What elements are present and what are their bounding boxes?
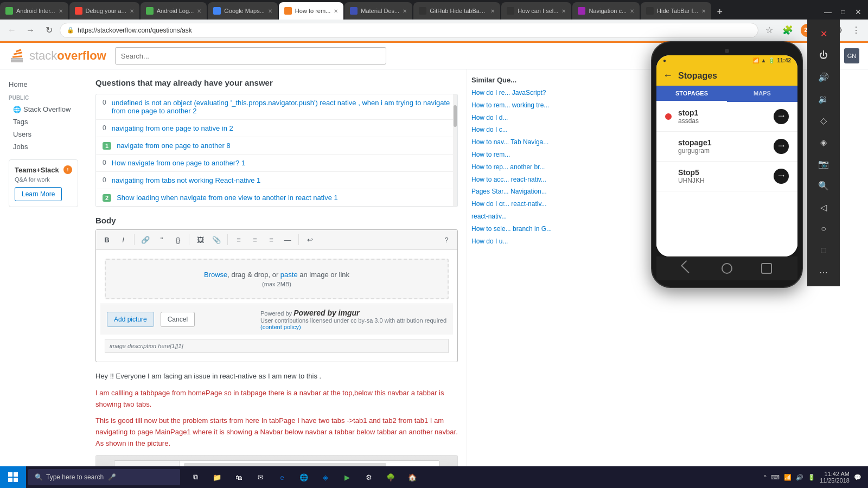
sidebar-item-users[interactable]: Users: [4, 128, 82, 140]
so-search-input[interactable]: [115, 47, 386, 65]
tab-close-icon[interactable]: ✕: [701, 8, 706, 14]
taskbar-android-studio[interactable]: ▶: [339, 468, 356, 486]
question-link-2[interactable]: navigating from one page to native in 2: [112, 124, 451, 132]
similar-link-3[interactable]: How do I d...: [471, 114, 508, 121]
so-logo[interactable]: stackoverflow: [9, 47, 106, 65]
emulator-power-button[interactable]: ⏻: [814, 46, 833, 65]
taskbar-vscode[interactable]: ◈: [317, 468, 334, 486]
tab-google-maps[interactable]: Google Maps... ✕: [208, 2, 278, 20]
similar-link-13[interactable]: How do I u...: [471, 237, 508, 245]
back-button[interactable]: ←: [4, 23, 20, 38]
so-user-avatar[interactable]: GN: [844, 48, 859, 63]
similar-link-5[interactable]: How to nav... Tab Naviga...: [471, 138, 548, 146]
tab-close-icon[interactable]: ✕: [268, 8, 272, 14]
systray-volume-icon[interactable]: 🔊: [796, 474, 803, 481]
similar-link-8[interactable]: How to acc... react-nativ...: [471, 176, 546, 183]
tab-android-inter[interactable]: Android Inter... ✕: [0, 2, 68, 20]
extensions-button[interactable]: 🧩: [780, 23, 795, 38]
similar-link-2[interactable]: How to rem... working tre...: [471, 101, 549, 109]
systray-clock[interactable]: 11:42 AM 11/25/2018: [820, 471, 850, 484]
phone-home-hardware[interactable]: [722, 263, 732, 274]
tab-close-icon[interactable]: ✕: [130, 8, 134, 14]
sidebar-item-home[interactable]: Home: [4, 78, 82, 91]
taskbar-mail[interactable]: ✉: [252, 468, 269, 486]
systray-up-arrow[interactable]: ^: [764, 474, 767, 480]
reload-button[interactable]: ↻: [41, 23, 56, 38]
content-policy-link[interactable]: (content policy): [260, 324, 301, 330]
taskbar-chrome[interactable]: 🌐: [295, 468, 312, 486]
tab-how-to-rem[interactable]: How to rem... ✕: [279, 2, 343, 20]
emulator-volume-up-button[interactable]: 🔊: [814, 67, 833, 87]
taskbar-settings[interactable]: ⚙: [360, 468, 378, 486]
editor-undo-button[interactable]: ↩: [303, 233, 316, 246]
similar-link-7[interactable]: How to rep... another br...: [471, 163, 545, 171]
editor-ul-button[interactable]: ≡: [248, 233, 261, 246]
stop-navigate-icon-1[interactable]: ⭢: [774, 109, 789, 124]
phone-back-hardware[interactable]: [681, 260, 694, 273]
editor-image-button[interactable]: 🖼: [194, 233, 207, 246]
learn-more-button[interactable]: Learn More: [15, 187, 62, 201]
emulator-resize-button[interactable]: ◈: [814, 132, 833, 152]
editor-link-button[interactable]: 🔗: [139, 233, 152, 246]
emulator-back-button[interactable]: ◁: [814, 197, 833, 217]
address-bar[interactable]: 🔒 https://stackoverflow.com/questions/as…: [60, 23, 758, 38]
tab-debug[interactable]: Debug your a... ✕: [69, 2, 139, 20]
tab-close-icon[interactable]: ✕: [561, 8, 566, 14]
systray-keyboard-icon[interactable]: ⌨: [771, 474, 780, 481]
stop-navigate-icon-2[interactable]: ⭢: [774, 139, 789, 154]
editor-italic-button[interactable]: I: [117, 233, 130, 246]
question-link-5[interactable]: navigating from tabs not working React-n…: [112, 176, 451, 184]
taskbar-task-view[interactable]: ⧉: [187, 468, 204, 486]
sidebar-item-tags[interactable]: Tags: [4, 115, 82, 128]
upload-dropzone[interactable]: Browse, drag & drop, or paste an image o…: [105, 259, 449, 299]
tab-close-icon[interactable]: ✕: [403, 8, 407, 14]
editor-code-button[interactable]: {}: [171, 233, 184, 246]
taskbar-tree[interactable]: 🌳: [382, 468, 399, 486]
similar-link-9[interactable]: Pages Star... Navigation...: [471, 188, 547, 195]
question-link-4[interactable]: How navigate from one page to another? 1: [112, 159, 451, 167]
emulator-camera-button[interactable]: 📷: [814, 154, 833, 174]
questions-scrollbar[interactable]: [453, 94, 457, 207]
tab-how-can-i[interactable]: How can I sel... ✕: [501, 2, 571, 20]
tab-material-des[interactable]: Material Des... ✕: [344, 2, 412, 20]
bookmark-button[interactable]: ☆: [762, 23, 777, 38]
systray-battery-icon[interactable]: 🔋: [808, 474, 815, 481]
emulator-rotate-button[interactable]: ◇: [814, 111, 833, 130]
image-description-field[interactable]: image description here[1][1]: [105, 339, 449, 353]
browse-link[interactable]: Browse: [204, 271, 227, 279]
close-button[interactable]: ✕: [851, 4, 866, 20]
editor-help-button[interactable]: ?: [440, 233, 453, 246]
editor-quote-button[interactable]: ": [155, 233, 168, 246]
menu-button[interactable]: ⋮: [848, 23, 864, 38]
cancel-button[interactable]: Cancel: [161, 312, 195, 327]
emulator-zoom-button[interactable]: 🔍: [814, 176, 833, 195]
start-button[interactable]: [0, 466, 26, 488]
editor-hr-button[interactable]: —: [281, 233, 294, 246]
tab-close-icon[interactable]: ✕: [334, 8, 338, 14]
similar-link-11[interactable]: react-nativ...: [471, 213, 507, 220]
question-link-6[interactable]: Show loading when navigate from one view…: [117, 194, 451, 202]
new-tab-button[interactable]: +: [712, 4, 727, 20]
taskbar-ie[interactable]: e: [273, 468, 291, 486]
tab-close-icon[interactable]: ✕: [197, 8, 201, 14]
similar-link-10[interactable]: How do I cr... react-nativ...: [471, 200, 547, 208]
tab-close-icon[interactable]: ✕: [630, 8, 634, 14]
tab-android-log[interactable]: Android Log... ✕: [141, 2, 207, 20]
similar-link-12[interactable]: How to sele... branch in G...: [471, 225, 552, 233]
phone-back-button[interactable]: ←: [663, 70, 673, 81]
minimize-button[interactable]: —: [820, 4, 835, 20]
systray-network-icon[interactable]: 📶: [784, 474, 792, 481]
editor-attach-button[interactable]: 📎: [210, 233, 223, 246]
emulator-volume-down-button[interactable]: 🔉: [814, 89, 833, 108]
forward-button[interactable]: →: [23, 23, 38, 38]
similar-link-4[interactable]: How do I c...: [471, 126, 508, 133]
sidebar-item-jobs[interactable]: Jobs: [4, 140, 82, 153]
phone-recents-hardware[interactable]: [761, 263, 772, 274]
phone-tab-maps[interactable]: MAPS: [727, 86, 797, 102]
tab-close-icon[interactable]: ✕: [490, 8, 495, 14]
editor-indent-button[interactable]: ≡: [265, 233, 278, 246]
taskbar-home[interactable]: 🏠: [404, 468, 421, 486]
question-link-3[interactable]: navigate from one page to another 8: [117, 142, 451, 150]
sidebar-item-stack-overflow[interactable]: 🌐 Stack Overflow: [4, 103, 82, 115]
question-link-1[interactable]: undefined is not an object (evaluating '…: [112, 99, 451, 115]
